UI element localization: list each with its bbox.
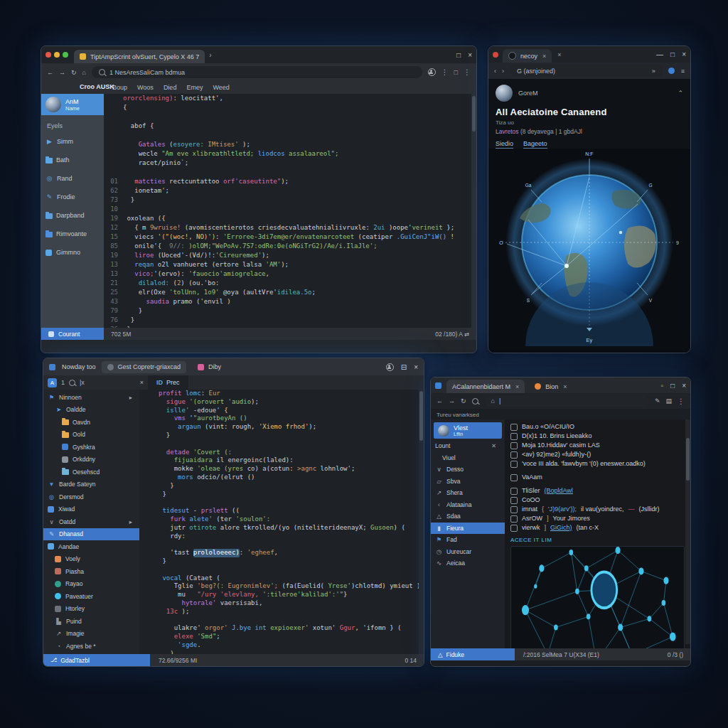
activity-icon[interactable]: A xyxy=(48,378,57,387)
row-checkbox-icon[interactable] xyxy=(510,442,518,449)
new-tab-button[interactable]: › xyxy=(209,51,211,59)
tab1-close-icon[interactable]: × xyxy=(515,383,519,390)
minimize-icon[interactable]: ▫ xyxy=(661,382,664,390)
browser-tab-1[interactable]: ACalannenbidaert M × xyxy=(446,380,525,393)
row-checkbox-icon[interactable] xyxy=(510,451,518,459)
tree-item-fieura[interactable]: ▮Fieura xyxy=(431,523,505,535)
account-icon[interactable] xyxy=(668,68,675,74)
window-box-icon[interactable]: □ xyxy=(454,69,458,76)
tree-item-fad[interactable]: ⚑Fad xyxy=(431,534,505,546)
list-row[interactable]: vierwk ] GiGich) (tan c-X xyxy=(510,523,685,532)
browser-tab[interactable]: TiptAmpScrint olvSuert, Cypelo X 46 7 xyxy=(74,50,205,63)
tree-item-agnes-be-[interactable]: ◔Agnes be * xyxy=(43,640,139,653)
doc-tab-2[interactable]: Diby xyxy=(192,361,227,373)
item-trail-icon[interactable]: ✕ xyxy=(491,442,500,449)
close-icon[interactable]: × xyxy=(682,50,686,58)
item-trail-icon[interactable]: ▸ xyxy=(129,394,136,401)
tree-item-rimvoante[interactable]: Rimvoante xyxy=(41,225,104,243)
traffic-lights[interactable] xyxy=(46,52,68,58)
tree-item-bath[interactable]: Bath xyxy=(41,151,104,169)
reading-list-icon[interactable]: ▤ xyxy=(665,397,672,405)
search-input[interactable]: |x xyxy=(80,379,85,386)
zoom-light-icon[interactable] xyxy=(63,52,68,58)
user-block[interactable]: AnM Name xyxy=(41,94,104,115)
profile-icon[interactable] xyxy=(428,68,436,76)
status-branch[interactable]: ⎇ GdadTazbl xyxy=(43,654,150,666)
tree-item-ninnoen[interactable]: ⚑Ninnoen▸ xyxy=(43,391,139,404)
tree-item-piasha[interactable]: Piasha xyxy=(43,565,139,578)
tree-item-simm[interactable]: ▶Simm xyxy=(41,132,104,151)
browser-tab[interactable]: necoy × xyxy=(503,49,552,63)
list-row[interactable]: AsrOW ] Your Jimores xyxy=(510,514,685,523)
list-row[interactable]: D(x)1 10. Brins Lieeakko xyxy=(510,432,685,441)
close-icon[interactable]: × xyxy=(682,382,686,390)
tab-close-icon[interactable]: × xyxy=(542,53,546,60)
tree-item-aeicaa[interactable]: ∿Aeicaa xyxy=(431,557,505,569)
restore-icon[interactable]: ⊟ xyxy=(401,363,407,371)
tree-item-puind[interactable]: ▙Puind xyxy=(43,615,139,628)
close-icon[interactable]: × xyxy=(468,51,472,59)
list-row[interactable]: Bau.o «O/ACIU/IO xyxy=(510,422,685,432)
minimize-icon[interactable]: — xyxy=(656,50,663,58)
doc-tab-1[interactable]: Gest Copretr-griaxcad xyxy=(102,361,187,373)
address-bar[interactable]: 1 NesAresSaliCam bdmua xyxy=(92,66,422,78)
code-editor[interactable]: profit lomc: Eur sigue '(orovert 'audio)… xyxy=(139,390,424,654)
tree-item-gimmno[interactable]: Gimmno xyxy=(41,243,104,262)
user-row[interactable]: Vlest Lffin xyxy=(434,422,502,439)
tree-item-orkddny[interactable]: Orkddny xyxy=(43,454,139,466)
menu-item-boup[interactable]: Boup xyxy=(112,84,127,91)
menu-item-emey[interactable]: Emey xyxy=(186,84,203,91)
address-bar[interactable]: G (asnjoined) » xyxy=(510,65,663,77)
back-icon[interactable]: ‹ xyxy=(494,68,496,75)
list-row[interactable]: VaAam xyxy=(510,473,685,482)
row-checkbox-icon[interactable] xyxy=(510,515,518,523)
status-mode[interactable]: △ Fiduke xyxy=(431,648,515,660)
tree-item-rayao[interactable]: Rayao xyxy=(43,578,139,591)
list-row[interactable]: CoOO xyxy=(510,496,685,505)
share-icon[interactable]: » xyxy=(652,68,655,75)
tree-item-alataaina[interactable]: ‹Alataaina xyxy=(431,499,505,511)
tree-item-gyshkra[interactable]: Gyshkra xyxy=(43,441,139,454)
row-checkbox-icon[interactable] xyxy=(510,525,518,532)
file-tab[interactable]: ID Prec xyxy=(148,375,188,390)
tree-item-oold[interactable]: Oold xyxy=(43,429,139,441)
tree-item-htorley[interactable]: Htorley xyxy=(43,603,139,616)
row-checkbox-icon[interactable] xyxy=(510,461,518,468)
collapse-chevron-icon[interactable]: ⌃ xyxy=(678,90,683,97)
reload-icon[interactable]: ↻ xyxy=(71,69,77,76)
list-row[interactable]: Moja 10.Hiddav' casim LAS xyxy=(510,441,685,450)
tree-item-frodie[interactable]: ✎Frodie xyxy=(41,188,104,206)
tree-item-xiwad[interactable]: Xiwad xyxy=(43,503,139,516)
maximize-icon[interactable]: □ xyxy=(670,50,675,58)
list-row[interactable]: <av) 92)me2) «fuldh)y-() xyxy=(510,450,685,459)
maximize-icon[interactable]: □ xyxy=(456,51,461,59)
close-icon[interactable]: × xyxy=(414,363,418,371)
menu-kebab-icon[interactable]: ⋮ xyxy=(464,68,471,76)
tree-item-oaldde[interactable]: ➤Oaldde xyxy=(43,404,139,417)
reload-icon[interactable]: ↻ xyxy=(461,397,466,405)
tree-item-dersmod[interactable]: ◎Dersmod xyxy=(43,491,139,503)
second-tab-close-icon[interactable]: × xyxy=(557,51,561,58)
menu-item-weed[interactable]: Weed xyxy=(213,84,229,91)
back-icon[interactable]: ← xyxy=(437,397,443,405)
tree-item-sbva[interactable]: ▱Sbva xyxy=(431,476,505,488)
forward-icon[interactable]: › xyxy=(502,68,504,75)
home-icon[interactable]: ⌂ xyxy=(82,69,86,76)
more-icon[interactable]: ⋮ xyxy=(441,68,449,76)
tree-item-shera[interactable]: ↗Shera xyxy=(431,487,505,499)
network-graph[interactable] xyxy=(510,546,685,648)
tree-item-paveatuer[interactable]: Paveatuer xyxy=(43,590,139,603)
tree-item-voely[interactable]: Voely xyxy=(43,553,139,566)
close-light-icon[interactable] xyxy=(46,52,51,58)
browser-tab-2[interactable]: Bion × xyxy=(529,380,572,393)
status-mode[interactable]: Courant xyxy=(41,328,104,340)
code-editor[interactable]: ororclensing): leocitatt',{ abof { Gatal… xyxy=(104,94,476,328)
close-panel-icon[interactable]: × xyxy=(140,379,144,386)
tree-item-aandae[interactable]: Aandae xyxy=(43,540,139,553)
tree-item-uureucar[interactable]: ◷Uureucar xyxy=(431,546,505,558)
tree-item-rand[interactable]: ◎Rand xyxy=(41,169,104,188)
minimize-light-icon[interactable] xyxy=(54,52,60,58)
tree-item-lount[interactable]: Lount✕ xyxy=(431,440,505,452)
row-checkbox-icon[interactable] xyxy=(510,497,518,504)
tree-item-oesehscd[interactable]: Oesehscd xyxy=(43,466,139,478)
